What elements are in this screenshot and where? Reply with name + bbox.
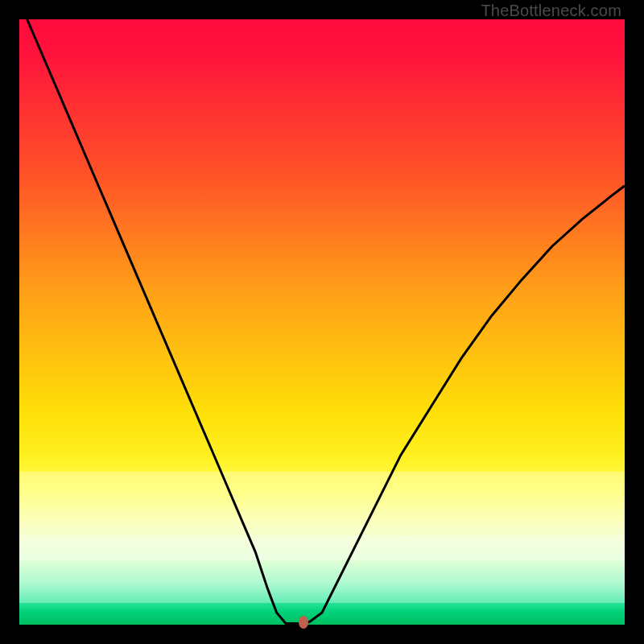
optimal-marker — [299, 616, 308, 629]
bottleneck-curve — [19, 19, 625, 623]
watermark-text: TheBottleneck.com — [481, 2, 621, 20]
curve-layer — [19, 19, 625, 625]
chart-container: TheBottleneck.com — [0, 0, 644, 644]
